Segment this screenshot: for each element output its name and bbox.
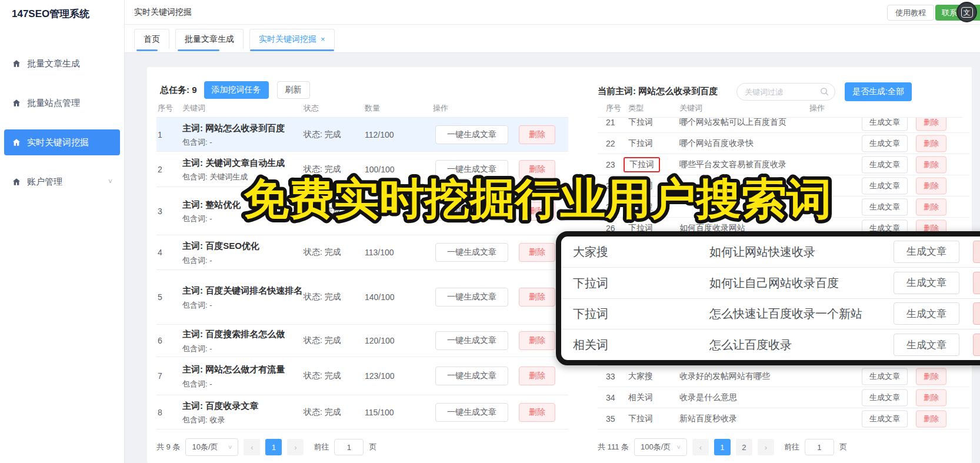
goto-label: 前往 <box>314 442 329 452</box>
page-button-1[interactable]: 1 <box>265 439 282 455</box>
tab-批量文章生成[interactable]: 批量文章生成 <box>175 29 244 49</box>
sidebar-item-批量站点管理[interactable]: 批量站点管理 <box>4 90 120 116</box>
close-icon[interactable]: × <box>321 35 325 44</box>
generate-article-button[interactable]: 生成文章 <box>862 368 908 385</box>
refresh-button[interactable]: 刷新 <box>277 81 310 99</box>
delete-button[interactable]: 删除 <box>519 202 555 221</box>
delete-button[interactable]: 删除 <box>519 367 555 385</box>
keyword-cell: 主词: 整站优化 包含词: - <box>182 198 307 224</box>
delete-button[interactable]: 删除 <box>973 334 980 356</box>
help-button[interactable]: 使用教程 <box>887 5 934 21</box>
main-keyword-text: 主词: 整站优化 <box>182 198 307 211</box>
generate-article-button[interactable]: 一键生成文章 <box>435 125 508 144</box>
delete-button[interactable]: 删除 <box>916 135 946 152</box>
delete-button[interactable]: 删除 <box>519 160 555 179</box>
delete-button[interactable]: 删除 <box>916 118 946 131</box>
task-row: 2 主词: 关键词文章自动生成 包含词: 关键词生成 状态: 完成 100/10… <box>156 152 568 187</box>
generate-article-button[interactable]: 生成文章 <box>862 135 908 152</box>
generate-article-button[interactable]: 一键生成文章 <box>435 160 508 179</box>
generate-article-button[interactable]: 生成文章 <box>862 389 908 406</box>
generate-article-button[interactable]: 一键生成文章 <box>435 331 508 350</box>
prev-page-button[interactable]: ‹ <box>692 439 709 455</box>
floating-tool-icon[interactable]: 文 <box>956 2 977 22</box>
goto-page-input[interactable] <box>334 439 364 455</box>
main-keyword-text: 主词: 百度搜索排名怎么做 <box>182 328 307 341</box>
total-count-label: 共 9 条 <box>156 442 180 452</box>
keyword-cell: 主词: 百度关键词排名快速排名 包含词: - <box>182 284 307 311</box>
tab-bar: 首页 批量文章生成 实时关键词挖掘 × <box>125 25 980 53</box>
delete-button[interactable]: 删除 <box>916 389 946 406</box>
page-title: 实时关键词挖掘 <box>134 7 192 18</box>
generate-article-button[interactable]: 生成文章 <box>894 302 959 325</box>
col-index: 序号 <box>606 103 621 114</box>
generate-article-button[interactable]: 生成文章 <box>894 334 959 356</box>
keyword-text: 新站百度秒收录 <box>679 414 737 424</box>
generate-article-button[interactable]: 一键生成文章 <box>435 288 508 307</box>
delete-button[interactable]: 删除 <box>916 156 946 173</box>
delete-button[interactable]: 删除 <box>519 288 555 307</box>
task-row: 5 主词: 百度关键词排名快速排名 包含词: - 状态: 完成 140/100 … <box>156 270 568 325</box>
row-index: 8 <box>158 408 162 417</box>
goto-page-input[interactable] <box>805 439 834 455</box>
generate-article-button[interactable]: 生成文章 <box>862 198 908 215</box>
generate-article-button[interactable]: 生成文章 <box>894 241 959 263</box>
delete-button[interactable]: 删除 <box>973 241 980 263</box>
chevron-down-icon: ˅ <box>108 178 112 186</box>
page-button-1[interactable]: 1 <box>714 439 731 455</box>
delete-button[interactable]: 删除 <box>916 368 946 385</box>
sidebar-item-批量文章生成[interactable]: 批量文章生成 <box>4 51 120 76</box>
keyword-row: 23 下拉词 哪些平台发文容易被百度收录 生成文章 删除 <box>598 154 969 175</box>
generate-article-button[interactable]: 生成文章 <box>862 156 908 173</box>
status-text: 状态: 完成 <box>304 129 341 140</box>
generate-article-button[interactable]: 生成文章 <box>862 177 908 194</box>
col-type: 类型 <box>628 103 644 114</box>
page-button-2[interactable]: 2 <box>736 439 752 455</box>
main-keyword-text: 主词: 百度关键词排名快速排名 <box>182 284 307 297</box>
delete-button[interactable]: 删除 <box>916 410 946 427</box>
tab-首页[interactable]: 首页 <box>134 29 169 49</box>
delete-button[interactable]: 删除 <box>916 198 946 215</box>
keyword-text: 收录是什么意思 <box>679 392 737 403</box>
generate-article-button[interactable]: 一键生成文章 <box>435 403 508 422</box>
home-icon <box>12 138 21 147</box>
delete-button[interactable]: 删除 <box>519 125 555 144</box>
delete-button[interactable]: 删除 <box>973 302 980 325</box>
count-text: 100/100 <box>365 165 395 174</box>
col-count: 数量 <box>365 103 380 114</box>
status-text: 状态: 完成 <box>304 292 341 302</box>
status-text: 状态: 完成 <box>304 164 341 175</box>
generate-article-button[interactable]: 生成文章 <box>862 118 908 131</box>
search-icon <box>820 87 829 96</box>
include-words-text: 包含词: - <box>182 343 307 354</box>
sidebar-item-账户管理[interactable]: 账户管理 ˅ <box>4 169 120 195</box>
task-row: 4 主词: 百度SEO优化 包含词: - 状态: 完成 113/100 一键生成… <box>156 235 568 270</box>
row-actions: 一键生成文章 删除 <box>435 125 555 144</box>
page-size-select[interactable]: 100条/页 ˅ <box>634 438 687 456</box>
generate-all-button[interactable]: 是否生成:全部 <box>845 82 912 101</box>
tab-实时关键词挖掘[interactable]: 实时关键词挖掘 × <box>249 29 335 49</box>
row-index: 4 <box>158 248 162 257</box>
sidebar-item-实时关键词挖掘[interactable]: 实时关键词挖掘 <box>4 129 120 155</box>
next-page-button[interactable]: › <box>758 439 774 455</box>
keyword-type: 大家搜 <box>628 371 653 382</box>
count-text: 140/100 <box>365 292 395 302</box>
generate-article-button[interactable]: 一键生成文章 <box>435 202 508 221</box>
delete-button[interactable]: 删除 <box>973 272 980 294</box>
app-window: 147SEO管理系统 批量文章生成 批量站点管理 实时关键词挖掘 账户管理 ˅ … <box>0 0 980 463</box>
delete-button[interactable]: 删除 <box>916 177 946 194</box>
row-actions: 一键生成文章 删除 <box>435 367 555 385</box>
add-task-button[interactable]: 添加挖词任务 <box>204 81 269 99</box>
home-icon <box>12 59 21 68</box>
generate-article-button[interactable]: 一键生成文章 <box>435 367 508 385</box>
generate-article-button[interactable]: 一键生成文章 <box>435 243 508 262</box>
keyword-row: 33 大家搜 收录好的发帖网站有哪些 生成文章 删除 <box>598 366 969 387</box>
main-keyword-text: 主词: 网站怎么做才有流量 <box>182 363 307 376</box>
delete-button[interactable]: 删除 <box>519 331 555 350</box>
generate-article-button[interactable]: 生成文章 <box>862 410 908 427</box>
prev-page-button[interactable]: ‹ <box>244 439 260 455</box>
delete-button[interactable]: 删除 <box>519 403 555 422</box>
page-size-select[interactable]: 10条/页 ˅ <box>185 438 238 456</box>
generate-article-button[interactable]: 生成文章 <box>894 272 959 294</box>
next-page-button[interactable]: › <box>287 439 304 455</box>
delete-button[interactable]: 删除 <box>519 243 555 262</box>
